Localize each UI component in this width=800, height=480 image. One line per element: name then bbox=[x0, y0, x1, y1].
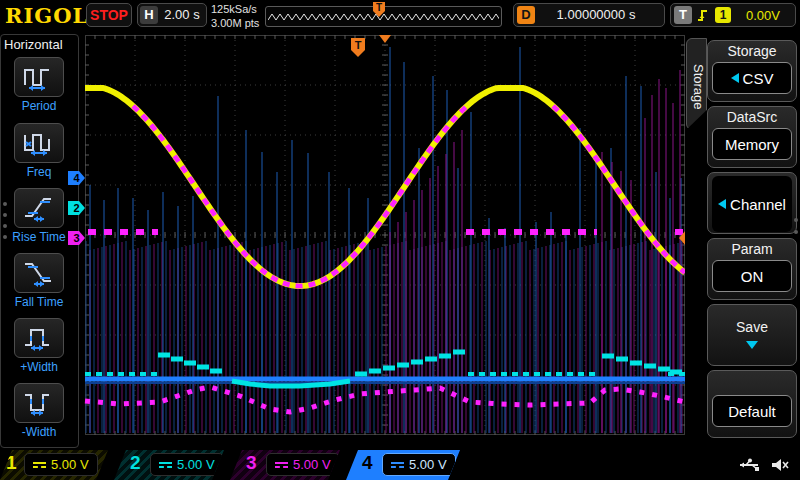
trigger-box[interactable]: T 1 0.00V bbox=[670, 3, 796, 27]
menu-page-indicator bbox=[3, 195, 7, 246]
d-label: D bbox=[517, 6, 535, 24]
channel-3-status[interactable]: 3 5.00 V bbox=[230, 450, 340, 480]
option-arrow-icon bbox=[718, 199, 726, 209]
storage-menu-panel: Storage Storage CSV DataSrc Memory Chann… bbox=[685, 32, 800, 450]
t-label: T bbox=[674, 6, 692, 24]
softkey-data-source[interactable]: DataSrc Memory bbox=[707, 106, 797, 168]
ch3-scale: 5.00 V bbox=[266, 453, 340, 476]
memory-depth: 3.00M pts bbox=[211, 16, 263, 30]
option-arrow-icon bbox=[731, 73, 739, 83]
ch2-scale: 5.00 V bbox=[150, 453, 224, 476]
rising-edge-icon bbox=[696, 7, 712, 23]
freq-icon bbox=[22, 129, 56, 157]
acquisition-info: 125kSa/s 3.00M pts bbox=[211, 2, 263, 30]
rigol-logo: RIGOL bbox=[5, 3, 88, 28]
oscilloscope-screen: RIGOL STOP H 2.00 s 125kSa/s 3.00M pts T… bbox=[0, 0, 800, 480]
ch4-scale: 5.00 V bbox=[382, 453, 456, 476]
minus-width-icon bbox=[22, 389, 56, 417]
measure-item-rise-time[interactable]: Rise Time bbox=[12, 188, 66, 244]
trigger-source-badge: 1 bbox=[715, 7, 731, 23]
softkey-param[interactable]: Param ON bbox=[707, 238, 797, 300]
dc-coupling-icon bbox=[275, 460, 288, 470]
rise-time-icon bbox=[22, 194, 56, 222]
measure-menu-panel: Horizontal Period Freq Rise Time bbox=[0, 34, 79, 448]
fall-time-icon bbox=[22, 259, 56, 287]
more-options-arrow-icon bbox=[746, 341, 758, 349]
trigger-level-value: 0.00V bbox=[735, 8, 791, 23]
horizontal-timebase-box[interactable]: H 2.00 s bbox=[137, 3, 207, 27]
dc-coupling-icon bbox=[33, 460, 46, 470]
channel-1-status[interactable]: 1 5.00 V bbox=[0, 450, 108, 480]
channel-4-status[interactable]: 4 5.00 V bbox=[346, 450, 460, 480]
svg-text:T: T bbox=[355, 39, 362, 51]
measure-item-period[interactable]: Period bbox=[12, 57, 66, 113]
period-icon bbox=[22, 63, 56, 91]
ch1-scale: 5.00 V bbox=[24, 453, 98, 476]
usb-icon bbox=[738, 458, 762, 472]
waveform-preview-bar[interactable]: T bbox=[265, 6, 502, 27]
status-bar: RIGOL STOP H 2.00 s 125kSa/s 3.00M pts T… bbox=[0, 0, 800, 32]
run-state-indicator[interactable]: STOP bbox=[86, 3, 132, 27]
dc-coupling-icon bbox=[391, 460, 404, 470]
h-label: H bbox=[140, 6, 158, 24]
ch2-position-marker[interactable]: 2 bbox=[68, 201, 85, 215]
softkey-save[interactable]: Save bbox=[707, 304, 797, 366]
plus-width-icon bbox=[22, 324, 56, 352]
graticule: TT bbox=[85, 35, 685, 435]
storage-menu-tab: Storage bbox=[686, 38, 707, 130]
ch4-position-marker[interactable]: 4 bbox=[68, 171, 85, 185]
delay-value: 1.00000000 s bbox=[536, 7, 656, 22]
softkey-default[interactable]: Default bbox=[707, 370, 797, 438]
delay-box[interactable]: D 1.00000000 s bbox=[513, 3, 665, 27]
sample-rate: 125kSa/s bbox=[211, 2, 263, 16]
measure-item-pos-width[interactable]: +Width bbox=[12, 318, 66, 374]
speaker-muted-icon bbox=[770, 457, 790, 473]
dc-coupling-icon bbox=[159, 460, 172, 470]
waveform-display: TT 4 2 3 bbox=[85, 35, 685, 435]
menu-page-indicator bbox=[794, 210, 798, 242]
ch3-position-marker[interactable]: 3 bbox=[68, 231, 85, 245]
measure-item-neg-width[interactable]: -Width bbox=[12, 383, 66, 439]
measure-item-freq[interactable]: Freq bbox=[12, 123, 66, 179]
timebase-value: 2.00 s bbox=[160, 7, 204, 22]
measure-item-fall-time[interactable]: Fall Time bbox=[12, 253, 66, 309]
io-status-area bbox=[716, 450, 800, 480]
softkey-storage-type[interactable]: Storage CSV bbox=[707, 40, 797, 102]
softkey-channel[interactable]: Channel bbox=[707, 172, 797, 234]
measure-menu-title: Horizontal bbox=[4, 37, 63, 52]
channel-status-bar: 1 5.00 V 2 5.00 V 3 5.00 V 4 5.00 V bbox=[0, 450, 800, 480]
channel-2-status[interactable]: 2 5.00 V bbox=[114, 450, 224, 480]
